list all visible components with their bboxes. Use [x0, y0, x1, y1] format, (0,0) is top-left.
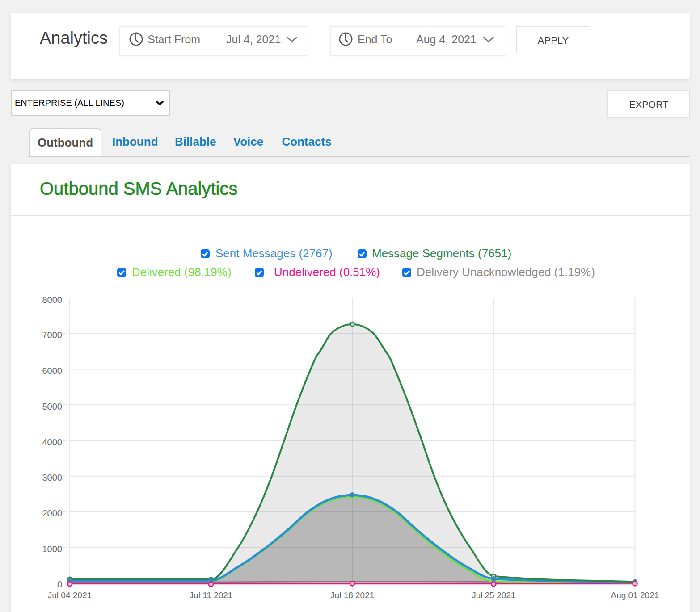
svg-text:Jul 25 2021: Jul 25 2021	[472, 591, 515, 600]
svg-text:7000: 7000	[42, 330, 63, 340]
svg-text:6000: 6000	[42, 366, 63, 376]
svg-text:2000: 2000	[42, 508, 63, 518]
svg-text:0: 0	[57, 579, 62, 589]
svg-text:8000: 8000	[42, 295, 63, 305]
svg-text:Jul 11 2021: Jul 11 2021	[190, 591, 233, 600]
svg-text:3000: 3000	[42, 473, 63, 482]
svg-text:Aug 01 2021: Aug 01 2021	[611, 591, 659, 600]
svg-text:Jul 04 2021: Jul 04 2021	[48, 591, 92, 600]
svg-text:1000: 1000	[42, 544, 63, 554]
svg-text:Jul 18 2021: Jul 18 2021	[330, 591, 374, 600]
svg-text:4000: 4000	[42, 437, 63, 447]
svg-text:5000: 5000	[42, 402, 63, 411]
